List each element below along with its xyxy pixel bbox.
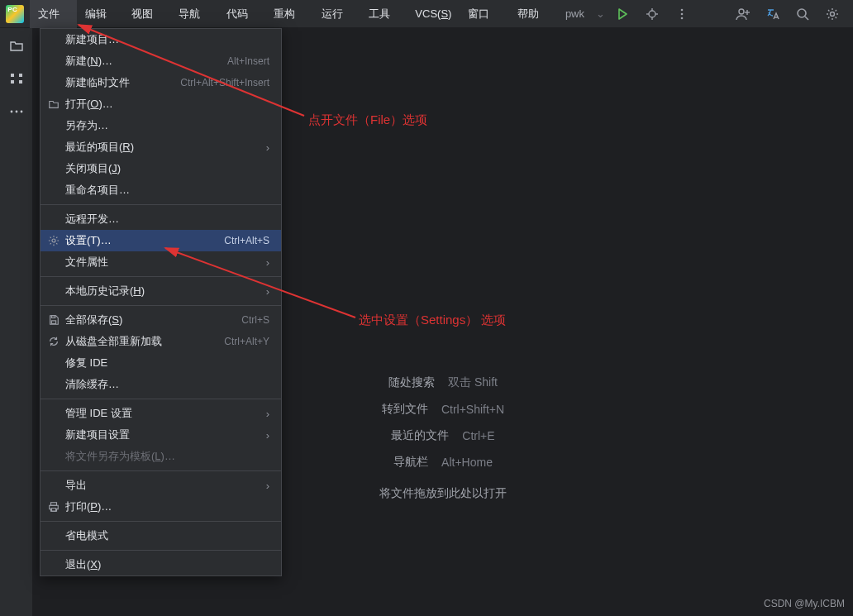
file-menu-item-29[interactable]: 退出(X)	[41, 554, 281, 575]
menu-item-label: 最近的项目(R)	[65, 140, 134, 155]
chevron-right-icon: ›	[266, 256, 269, 269]
menu-c[interactable]: 代码(C)	[218, 0, 265, 28]
svg-rect-15	[11, 74, 14, 77]
menu-item-label: 打印(P)…	[65, 499, 112, 514]
file-menu-item-11[interactable]: 文件属性›	[41, 251, 281, 273]
menu-item-label: 远程开发…	[65, 212, 119, 227]
project-name: pwk	[557, 7, 593, 20]
file-menu-item-17[interactable]: 修复 IDE	[41, 352, 281, 374]
menu-shortcut: Ctrl+Alt+Y	[224, 336, 269, 347]
menu-shortcut: Ctrl+Alt+Shift+Insert	[180, 77, 269, 88]
file-menu-item-2[interactable]: 新建临时文件Ctrl+Alt+Shift+Insert	[41, 72, 281, 93]
file-menu-item-20[interactable]: 管理 IDE 设置›	[41, 403, 281, 424]
svg-point-12	[798, 9, 806, 17]
file-menu-item-25[interactable]: 打印(P)…	[41, 496, 281, 518]
debug-icon[interactable]	[643, 5, 661, 23]
svg-rect-26	[51, 509, 55, 512]
svg-line-13	[805, 17, 808, 20]
svg-point-1	[649, 11, 655, 17]
menu-item-label: 省电模式	[65, 528, 108, 543]
file-menu-item-21[interactable]: 新建项目设置›	[41, 424, 281, 446]
folder-icon	[47, 98, 60, 111]
svg-rect-16	[11, 80, 14, 84]
add-user-icon[interactable]	[734, 5, 752, 23]
menu-v[interactable]: 视图(V)	[123, 0, 170, 28]
menu-item-label: 管理 IDE 设置	[65, 406, 132, 421]
svg-rect-17	[19, 74, 22, 77]
menu-h[interactable]: 帮助(H)	[509, 0, 556, 28]
menu-s[interactable]: VCS(S)	[407, 0, 460, 28]
menu-item-label: 新建临时文件	[65, 75, 130, 90]
reload-icon	[47, 335, 60, 348]
settings-gear-icon[interactable]	[823, 5, 841, 23]
file-menu-item-9[interactable]: 远程开发…	[41, 208, 281, 230]
menu-item-label: 修复 IDE	[65, 356, 107, 370]
menu-item-label: 另存为…	[65, 118, 108, 133]
chevron-right-icon: ›	[266, 429, 269, 442]
menu-item-label: 新建项目…	[65, 32, 119, 47]
svg-point-22	[52, 239, 55, 242]
svg-point-9	[739, 9, 744, 14]
file-menu-item-5[interactable]: 最近的项目(R)›	[41, 136, 281, 158]
chevron-right-icon: ›	[266, 408, 269, 420]
file-menu-item-4[interactable]: 另存为…	[41, 115, 281, 136]
gear-icon	[47, 234, 60, 247]
translate-icon[interactable]	[764, 5, 782, 23]
menu-e[interactable]: 编辑(E)	[77, 0, 124, 28]
menu-shortcut: Ctrl+S	[241, 314, 269, 326]
svg-point-20	[15, 111, 17, 113]
project-tool-icon[interactable]	[7, 36, 26, 55]
search-icon[interactable]	[793, 5, 812, 23]
chevron-right-icon: ›	[266, 285, 269, 298]
svg-rect-23	[51, 321, 55, 324]
svg-point-8	[681, 17, 684, 19]
more-tool-icon[interactable]	[7, 103, 26, 121]
menu-item-label: 关闭项目(J)	[65, 161, 121, 176]
svg-rect-24	[51, 316, 55, 318]
project-chevron-icon[interactable]: ⌄	[593, 7, 605, 20]
menu-r[interactable]: 重构(R)	[265, 0, 312, 28]
file-menu-item-18[interactable]: 清除缓存…	[41, 374, 281, 395]
more-icon[interactable]	[673, 5, 691, 23]
print-icon	[47, 500, 60, 513]
file-menu-item-6[interactable]: 关闭项目(J)	[41, 158, 281, 179]
save-icon	[47, 313, 60, 327]
run-icon[interactable]	[613, 5, 631, 23]
structure-tool-icon[interactable]	[7, 69, 26, 88]
menu-item-label: 新建项目设置	[65, 427, 130, 442]
menu-item-label: 新建(N)…	[65, 54, 112, 69]
chevron-right-icon: ›	[266, 141, 269, 154]
menu-u[interactable]: 运行(U)	[313, 0, 360, 28]
menu-n[interactable]: 导航(N)	[170, 0, 217, 28]
file-menu-item-27[interactable]: 省电模式	[41, 525, 281, 547]
menu-item-label: 文件属性	[65, 255, 108, 270]
menu-f[interactable]: 文件(F)	[30, 0, 76, 28]
file-menu-item-3[interactable]: 打开(O)…	[41, 93, 281, 115]
file-menu-item-24[interactable]: 导出›	[41, 475, 281, 496]
menu-shortcut: Ctrl+Alt+S	[224, 235, 269, 246]
file-menu-item-10[interactable]: 设置(T)…Ctrl+Alt+S	[41, 230, 281, 251]
file-menu-dropdown[interactable]: 新建项目…新建(N)…Alt+Insert新建临时文件Ctrl+Alt+Shif…	[40, 28, 282, 576]
menu-item-label: 从磁盘全部重新加载	[65, 334, 162, 349]
svg-point-19	[10, 111, 12, 113]
menu-item-label: 本地历史记录(H)	[65, 284, 145, 298]
file-menu-item-13[interactable]: 本地历史记录(H)›	[41, 280, 281, 302]
svg-marker-0	[619, 9, 627, 19]
menu-item-label: 设置(T)…	[65, 233, 112, 248]
menu-item-label: 清除缓存…	[65, 377, 119, 392]
file-menu-item-1[interactable]: 新建(N)…Alt+Insert	[41, 50, 281, 72]
menu-item-label: 退出(X)	[65, 557, 101, 572]
svg-point-6	[681, 8, 684, 11]
file-menu-item-7[interactable]: 重命名项目…	[41, 179, 281, 201]
menu-item-label: 打开(O)…	[65, 97, 113, 112]
menu-item-label: 重命名项目…	[65, 183, 130, 198]
menu-t[interactable]: 工具(T)	[360, 0, 407, 28]
svg-point-21	[20, 111, 22, 113]
watermark: CSDN @My.ICBM	[764, 598, 845, 609]
file-menu-item-16[interactable]: 从磁盘全部重新加载Ctrl+Alt+Y	[41, 331, 281, 352]
chevron-right-icon: ›	[266, 480, 269, 492]
file-menu-item-15[interactable]: 全部保存(S)Ctrl+S	[41, 309, 281, 331]
file-menu-item-22: 将文件另存为模板(L)…	[41, 446, 281, 467]
file-menu-item-0[interactable]: 新建项目…	[41, 29, 281, 50]
menu-w[interactable]: 窗口(W)	[460, 0, 509, 28]
